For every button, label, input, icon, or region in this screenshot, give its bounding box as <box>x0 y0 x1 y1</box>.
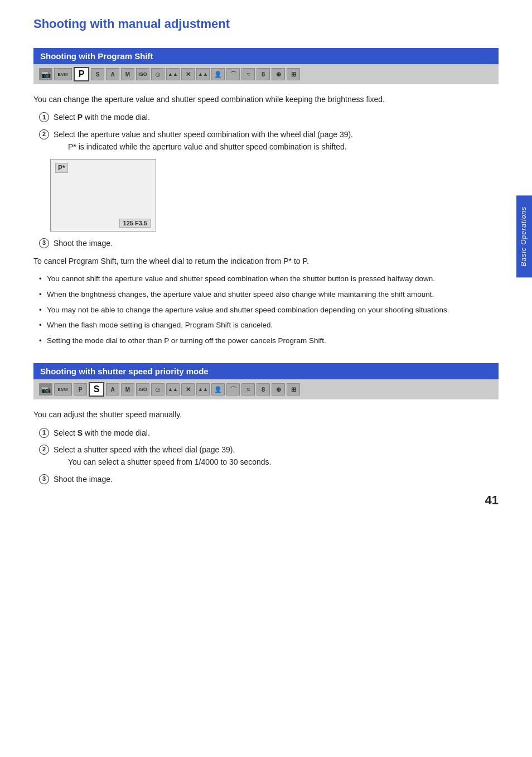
step1-2-text: Select the aperture value and shutter sp… <box>54 128 499 153</box>
step-num-2: 2 <box>39 129 49 139</box>
mode2-camera-icon: 📷 <box>39 383 52 396</box>
mode-wave-icon: ≈ <box>241 68 255 80</box>
mode-p-icon: P <box>74 67 89 81</box>
mode2-cross-icon: ✕ <box>181 383 195 396</box>
step-num-1: 1 <box>39 112 49 122</box>
bullet-2: When the brightness changes, the apertur… <box>39 288 499 301</box>
mode2-face-icon: ☺ <box>151 383 165 396</box>
mode-dot-icon: ⊕ <box>272 68 285 80</box>
mode-paren-icon: ⌒ <box>226 68 240 80</box>
mode-face-icon: ☺ <box>151 68 165 80</box>
mode-s-icon: S <box>91 68 104 80</box>
camera-display: P* 125 F3.5 <box>50 159 156 232</box>
mode-bar-2: 📷 EASY P S A M ISO ☺ ▲▲ ✕ ▲▲ 👤 ⌒ ≈ 8 ⊕ ⊞ <box>33 379 499 399</box>
step2-2: 2 Select a shutter speed with the wheel … <box>39 443 499 469</box>
step2-num-3: 3 <box>39 474 49 484</box>
mode2-portrait-icon: 👤 <box>211 383 225 396</box>
display-bottom-values: 125 F3.5 <box>119 219 151 228</box>
mode-scene1-icon: ▲▲ <box>166 68 180 80</box>
mode2-wave-icon: ≈ <box>241 383 255 396</box>
step1-2: 2 Select the aperture value and shutter … <box>39 128 499 153</box>
step1-3-text: Shoot the image. <box>54 237 499 249</box>
section-shutter-priority: Shooting with shutter speed priority mod… <box>33 363 499 485</box>
step2-num-2: 2 <box>39 445 49 455</box>
mode-iso-icon: ISO <box>136 68 149 80</box>
page-number: 41 <box>485 493 499 508</box>
mode-portrait-icon: 👤 <box>211 68 225 80</box>
step2-3: 3 Shoot the image. <box>39 473 499 485</box>
step1-1-text: Select P with the mode dial. <box>54 111 499 123</box>
mode2-8-icon: 8 <box>257 383 270 396</box>
mode-bar-1: 📷 EASY P S A M ISO ☺ ▲▲ ✕ ▲▲ 👤 ⌒ ≈ 8 ⊕ ⊞ <box>33 64 499 84</box>
step2-1: 1 Select S with the mode dial. <box>39 427 499 439</box>
section2-intro: You can adjust the shutter speed manuall… <box>33 408 499 421</box>
bullet-4: When the flash mode setting is changed, … <box>39 319 499 331</box>
step2-1-text: Select S with the mode dial. <box>54 427 499 439</box>
section1-header: Shooting with Program Shift <box>33 48 499 64</box>
step2-3-text: Shoot the image. <box>54 473 499 485</box>
mode2-a-icon: A <box>106 383 119 396</box>
mode2-p-icon: P <box>74 383 87 396</box>
mode-m-icon: M <box>121 68 134 80</box>
section1-steps: 1 Select P with the mode dial. 2 Select … <box>39 111 499 153</box>
mode2-grid-icon: ⊞ <box>287 383 300 396</box>
step1-3: 3 Shoot the image. <box>39 237 499 249</box>
step2-2-subtext: You can select a shutter speed from 1/40… <box>54 457 272 466</box>
cancel-text: To cancel Program Shift, turn the wheel … <box>33 255 499 267</box>
mode2-paren-icon: ⌒ <box>226 383 240 396</box>
mode-a-icon: A <box>106 68 119 80</box>
mode2-scene1-icon: ▲▲ <box>166 383 180 396</box>
mode2-s-icon: S <box>89 382 104 397</box>
section1-bullets: You cannot shift the aperture value and … <box>39 273 499 346</box>
mode-camera-icon: 📷 <box>39 68 52 80</box>
bullet-1: You cannot shift the aperture value and … <box>39 273 499 285</box>
mode-8-icon: 8 <box>257 68 270 80</box>
section2-header: Shooting with shutter speed priority mod… <box>33 363 499 379</box>
step1-1: 1 Select P with the mode dial. <box>39 111 499 123</box>
section2-steps: 1 Select S with the mode dial. 2 Select … <box>39 427 499 486</box>
step2-2-text: Select a shutter speed with the wheel di… <box>54 443 499 469</box>
page-title: Shooting with manual adjustment <box>33 17 499 31</box>
section-program-shift: Shooting with Program Shift 📷 EASY P S A… <box>33 48 499 346</box>
mode2-easy-icon: EASY <box>54 383 72 396</box>
mode2-dot-icon: ⊕ <box>272 383 285 396</box>
bullet-5: Setting the mode dial to other than P or… <box>39 335 499 347</box>
mode-cross-icon: ✕ <box>181 68 195 80</box>
mode-easy-icon: EASY <box>54 68 72 80</box>
mode2-m-icon: M <box>121 383 134 396</box>
bullet-3: You may not be able to change the apertu… <box>39 304 499 316</box>
step2-num-1: 1 <box>39 428 49 438</box>
mode2-scene2-icon: ▲▲ <box>196 383 210 396</box>
sidebar-label: Basic Operations <box>516 195 532 277</box>
mode-grid-icon: ⊞ <box>287 68 300 80</box>
section1-intro: You can change the aperture value and sh… <box>33 93 499 105</box>
mode-scene2-icon: ▲▲ <box>196 68 210 80</box>
step-num-3: 3 <box>39 238 49 248</box>
section1-step3: 3 Shoot the image. <box>39 237 499 249</box>
step1-2-subtext: P* is indicated while the aperture value… <box>54 142 347 151</box>
display-top-indicator: P* <box>55 163 68 173</box>
mode2-iso-icon: ISO <box>136 383 149 396</box>
